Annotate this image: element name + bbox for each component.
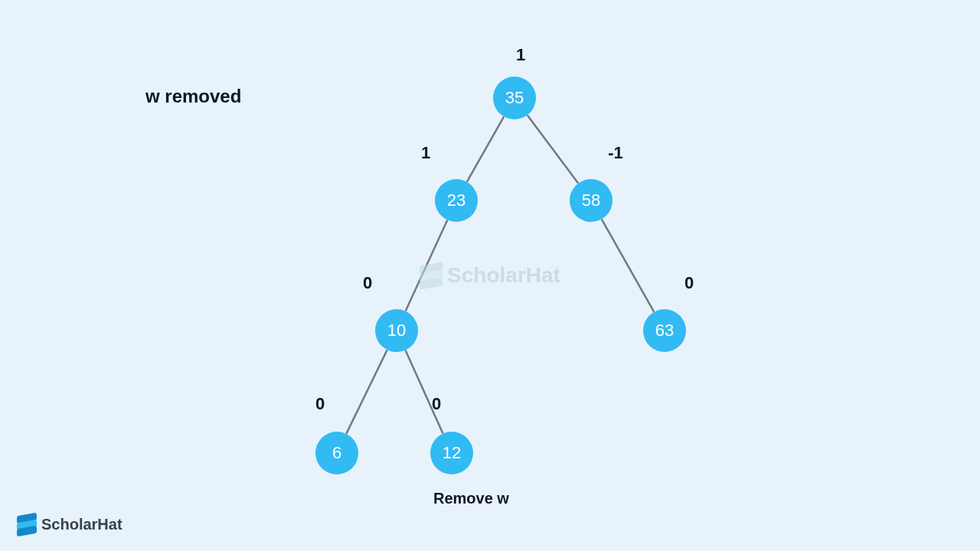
balance-label-35: 1 [516, 45, 525, 65]
balance-label-6: 0 [315, 394, 325, 414]
tree-node-23: 23 [435, 179, 478, 222]
logo-corner: ScholarHat [17, 514, 122, 534]
balance-label-58: -1 [608, 143, 623, 163]
balance-label-12: 0 [432, 394, 441, 414]
tree-edges [0, 0, 980, 551]
tree-node-12: 12 [430, 432, 473, 474]
title-label: w removed [145, 86, 241, 107]
tree-edge [602, 219, 654, 311]
tree-edge [346, 350, 387, 434]
tree-node-6: 6 [315, 432, 358, 474]
tree-node-58: 58 [570, 179, 612, 222]
watermark: ScholarHat [420, 263, 560, 288]
scholarhat-logo-icon [420, 264, 443, 287]
caption-label: Remove w [433, 490, 509, 507]
tree-edge [467, 116, 504, 181]
watermark-text: ScholarHat [447, 263, 560, 288]
balance-label-23: 1 [421, 143, 430, 163]
tree-node-63: 63 [643, 309, 686, 352]
tree-edge [405, 350, 443, 434]
logo-text: ScholarHat [41, 516, 122, 533]
tree-edge [528, 115, 579, 183]
balance-label-63: 0 [684, 273, 694, 293]
tree-edge [406, 220, 448, 311]
tree-node-10: 10 [375, 309, 418, 352]
scholarhat-logo-icon [17, 514, 37, 534]
tree-node-35: 35 [493, 77, 536, 119]
balance-label-10: 0 [363, 273, 372, 293]
